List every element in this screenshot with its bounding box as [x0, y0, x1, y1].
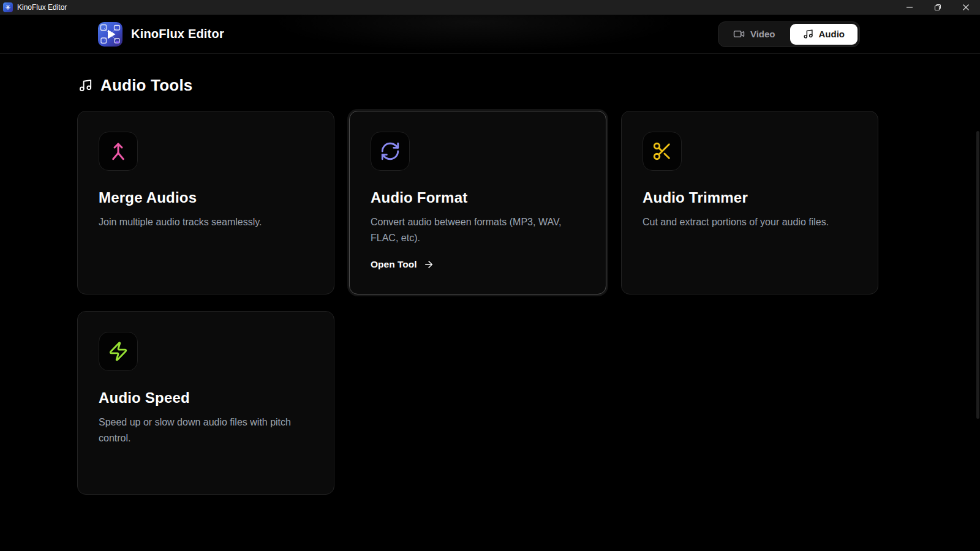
arrow-right-icon [423, 259, 434, 270]
tool-card-audio-format[interactable]: Audio Format Convert audio between forma… [349, 111, 606, 294]
app-logo-icon [98, 22, 123, 47]
video-camera-icon [733, 28, 745, 40]
card-title: Audio Speed [99, 389, 313, 407]
tab-video-label: Video [750, 29, 775, 39]
tool-cards-grid: Merge Audios Join multiple audio tracks … [77, 111, 878, 495]
card-description: Join multiple audio tracks seamlessly. [99, 214, 310, 230]
tab-audio[interactable]: Audio [790, 24, 858, 45]
maximize-restore-button[interactable] [924, 0, 952, 15]
minimize-button[interactable] [895, 0, 924, 15]
zap-icon [108, 341, 129, 362]
close-icon [962, 4, 970, 11]
tool-icon-box [371, 132, 410, 171]
tool-icon-box [643, 132, 682, 171]
app-window: KinoFlux Editor Video Audio [0, 15, 980, 551]
music-note-icon [78, 78, 92, 92]
window-title: KinoFlux Editor [17, 3, 67, 12]
minimize-icon [906, 4, 913, 11]
main-content: Audio Tools Merge Audios Join multiple a… [0, 54, 980, 495]
card-description: Convert audio between formats (MP3, WAV,… [371, 214, 582, 246]
page-title: Audio Tools [100, 76, 192, 95]
tool-icon-box [99, 332, 138, 371]
scrollbar-thumb[interactable] [976, 131, 979, 419]
app-name: KinoFlux Editor [131, 27, 224, 41]
tool-card-audio-trimmer[interactable]: Audio Trimmer Cut and extract portions o… [621, 111, 878, 294]
merge-icon [107, 140, 129, 162]
tool-icon-box [99, 132, 138, 171]
music-note-icon [803, 29, 813, 39]
card-description: Speed up or slow down audio files with p… [99, 414, 310, 446]
app-header: KinoFlux Editor Video Audio [0, 15, 980, 54]
window-app-icon [3, 2, 13, 12]
card-description: Cut and extract portions of your audio f… [643, 214, 854, 230]
card-title: Merge Audios [99, 189, 313, 206]
restore-icon [934, 4, 941, 11]
refresh-icon [380, 141, 401, 162]
tab-video[interactable]: Video [720, 24, 788, 45]
card-title: Audio Format [371, 189, 585, 206]
tool-card-audio-speed[interactable]: Audio Speed Speed up or slow down audio … [77, 311, 334, 495]
brand: KinoFlux Editor [98, 22, 224, 47]
tab-audio-label: Audio [819, 29, 845, 39]
tool-card-merge-audios[interactable]: Merge Audios Join multiple audio tracks … [77, 111, 334, 294]
open-tool-link[interactable]: Open Tool [371, 259, 585, 270]
open-tool-label: Open Tool [371, 259, 417, 270]
scissors-icon [652, 141, 673, 162]
video-audio-toggle: Video Audio [718, 21, 860, 47]
section-heading: Audio Tools [78, 76, 980, 95]
close-button[interactable] [952, 0, 980, 15]
window-titlebar: KinoFlux Editor [0, 0, 980, 15]
card-title: Audio Trimmer [643, 189, 857, 206]
